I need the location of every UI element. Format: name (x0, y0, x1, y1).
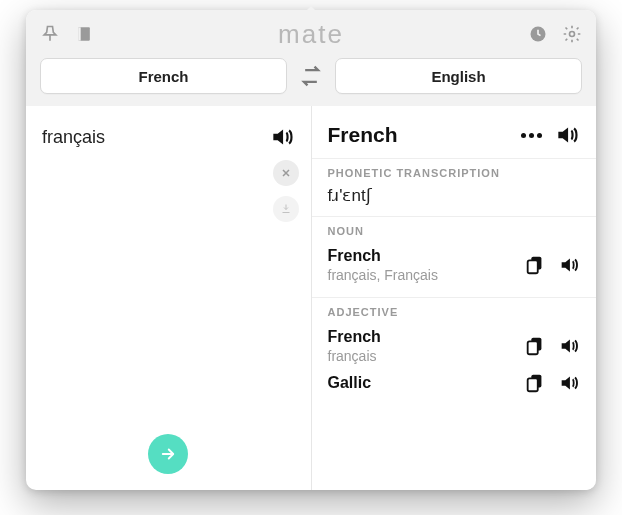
speak-entry-icon[interactable] (558, 335, 580, 357)
svg-point-3 (570, 32, 575, 37)
noun-label: NOUN (328, 225, 581, 237)
speak-entry-icon[interactable] (558, 372, 580, 394)
translation-title: French (328, 123, 398, 147)
noun-section: NOUN French français, Français (312, 216, 597, 297)
gear-icon[interactable] (562, 24, 582, 44)
entry-word: French (328, 328, 381, 346)
swap-icon[interactable] (297, 62, 325, 90)
dictionary-entry: French français (328, 324, 581, 368)
language-row: French English (40, 58, 582, 94)
speak-source-icon[interactable] (269, 124, 295, 150)
translate-button[interactable] (148, 434, 188, 474)
result-pane: French PHONETIC TRANSCRIPTION (312, 106, 597, 490)
app-title: mate (278, 19, 344, 50)
entry-word: Gallic (328, 374, 372, 392)
translator-popup: mate French (26, 10, 596, 490)
adjective-section: ADJECTIVE French français (312, 297, 597, 408)
pin-icon[interactable] (40, 24, 60, 44)
source-input[interactable]: français (42, 127, 105, 148)
phonetic-label: PHONETIC TRANSCRIPTION (328, 167, 581, 179)
popover-arrow (301, 6, 321, 16)
book-icon[interactable] (74, 24, 94, 44)
header-area: mate French (26, 10, 596, 106)
svg-rect-5 (528, 260, 538, 273)
dictionary-entry: Gallic (328, 368, 581, 398)
clear-icon[interactable] (273, 160, 299, 186)
dictionary-entry: French français, Français (328, 243, 581, 287)
speak-entry-icon[interactable] (558, 254, 580, 276)
scroll-fade (312, 472, 597, 490)
more-icon[interactable] (521, 133, 542, 138)
svg-rect-1 (78, 27, 81, 40)
entry-word: French (328, 247, 438, 265)
source-language-button[interactable]: French (40, 58, 287, 94)
history-icon[interactable] (528, 24, 548, 44)
copy-icon[interactable] (524, 372, 546, 394)
target-language-button[interactable]: English (335, 58, 582, 94)
svg-rect-7 (528, 341, 538, 354)
entry-sub: français, Français (328, 267, 438, 283)
entry-sub: français (328, 348, 381, 364)
import-icon[interactable] (273, 196, 299, 222)
copy-icon[interactable] (524, 254, 546, 276)
toolbar: mate (40, 20, 582, 48)
svg-rect-9 (528, 378, 538, 391)
phonetic-section: PHONETIC TRANSCRIPTION fɹ'ɛntʃ (312, 158, 597, 216)
source-pane: français (26, 106, 312, 490)
copy-icon[interactable] (524, 335, 546, 357)
phonetic-value: fɹ'ɛntʃ (328, 185, 581, 206)
speak-result-icon[interactable] (554, 122, 580, 148)
adjective-label: ADJECTIVE (328, 306, 581, 318)
content-body: français (26, 106, 596, 490)
